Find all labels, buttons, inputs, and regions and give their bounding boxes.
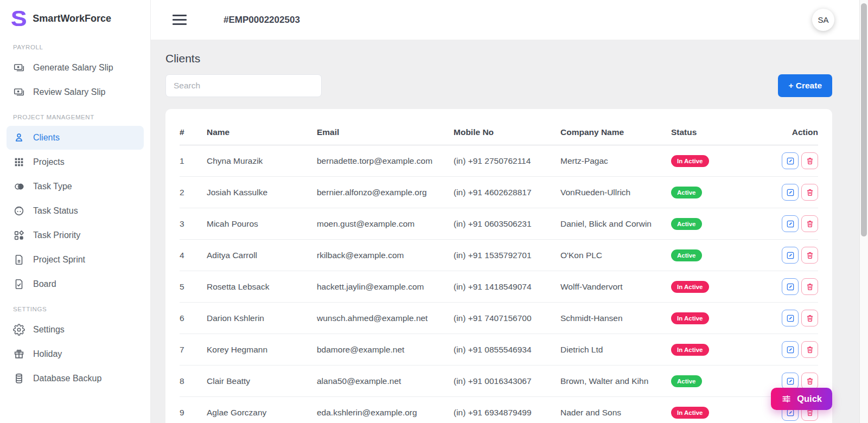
search-input[interactable] xyxy=(165,74,322,97)
cell-sr: 7 xyxy=(180,334,207,366)
cell-mobile: (in) +91 0603506231 xyxy=(454,208,560,240)
edit-icon xyxy=(786,283,795,291)
column-header-mobile: Mobile No xyxy=(454,116,560,145)
sidebar-item-clients[interactable]: Clients xyxy=(7,126,144,150)
clients-table: # Name Email Mobile No Company Name Stat… xyxy=(180,116,818,423)
sidebar-item-task-priority[interactable]: Task Priority xyxy=(7,223,144,247)
cell-mobile: (in) +91 0855546934 xyxy=(454,334,560,366)
cell-sr: 1 xyxy=(180,145,207,177)
app-name: SmartWorkForce xyxy=(33,13,111,24)
gear-icon xyxy=(13,324,25,336)
sidebar-item-holiday[interactable]: Holiday xyxy=(7,342,144,366)
scrollbar-thumb[interactable] xyxy=(861,3,867,236)
table-row: 1Chyna Murazikbernadette.torp@example.co… xyxy=(180,145,818,177)
brand[interactable]: S SmartWorkForce xyxy=(7,0,144,35)
table-row: 9Aglae Gorczanyeda.kshlerin@example.org(… xyxy=(180,397,818,423)
sidebar-item-label: Holiday xyxy=(33,349,62,359)
status-badge: In Active xyxy=(671,407,709,419)
table-row: 3Micah Pourosmoen.gust@example.com(in) +… xyxy=(180,208,818,240)
sidebar-item-label: Review Salary Slip xyxy=(33,87,105,97)
scrollbar[interactable] xyxy=(859,0,868,423)
column-header-status: Status xyxy=(671,116,777,145)
edit-button[interactable] xyxy=(782,152,799,169)
delete-button[interactable] xyxy=(801,341,818,358)
cell-email: rkilback@example.com xyxy=(317,240,454,271)
table-row: 7Korey Hegmannbdamore@example.net(in) +9… xyxy=(180,334,818,366)
cell-company: Mertz-Pagac xyxy=(560,145,671,177)
sidebar-item-board[interactable]: Board xyxy=(7,272,144,296)
cell-email: wunsch.ahmed@example.net xyxy=(317,303,454,334)
delete-button[interactable] xyxy=(801,184,818,201)
cell-action xyxy=(777,145,818,177)
cell-name: Aglae Gorczany xyxy=(207,397,317,423)
delete-button[interactable] xyxy=(801,310,818,326)
delete-button[interactable] xyxy=(801,152,818,169)
smiley-icon xyxy=(13,205,25,217)
edit-icon xyxy=(786,220,795,228)
cell-mobile: (in) +91 6934879499 xyxy=(454,397,560,423)
quick-button[interactable]: Quick xyxy=(771,388,832,410)
cell-name: Micah Pouros xyxy=(207,208,317,240)
edit-button[interactable] xyxy=(782,341,799,358)
delete-button[interactable] xyxy=(801,215,818,232)
create-button[interactable]: + Create xyxy=(778,74,832,97)
employee-id: #EMP0002202503 xyxy=(224,15,300,25)
cell-company: Wolff-Vandervort xyxy=(560,271,671,303)
table-row: 8Clair Beattyalana50@example.net(in) +91… xyxy=(180,366,818,397)
edit-button[interactable] xyxy=(782,278,799,295)
edit-button[interactable] xyxy=(782,373,799,389)
menu-toggle-icon[interactable] xyxy=(173,15,187,25)
main-area: #EMP0002202503 SA Clients + Create # Nam… xyxy=(151,0,868,423)
status-badge: In Active xyxy=(671,344,709,356)
sidebar-item-settings[interactable]: Settings xyxy=(7,318,144,342)
edit-button[interactable] xyxy=(782,184,799,201)
trash-icon xyxy=(806,283,814,291)
table-header-row: # Name Email Mobile No Company Name Stat… xyxy=(180,116,818,145)
app-logo-icon: S xyxy=(11,9,25,29)
delete-button[interactable] xyxy=(801,247,818,264)
sidebar: S SmartWorkForce PAYROLL Generate Salary… xyxy=(0,0,151,423)
cell-email: hackett.jaylin@example.com xyxy=(317,271,454,303)
cell-name: Chyna Murazik xyxy=(207,145,317,177)
sidebar-item-review-salary-slip[interactable]: Review Salary Slip xyxy=(7,80,144,104)
cell-company: Dietrich Ltd xyxy=(560,334,671,366)
delete-button[interactable] xyxy=(801,373,818,389)
cell-name: Clair Beatty xyxy=(207,366,317,397)
column-header-sr: # xyxy=(180,116,207,145)
sidebar-item-label: Board xyxy=(33,279,56,289)
cell-sr: 9 xyxy=(180,397,207,423)
shapes-icon xyxy=(13,229,25,241)
edit-icon xyxy=(786,251,795,260)
avatar[interactable]: SA xyxy=(812,9,834,31)
delete-button[interactable] xyxy=(801,278,818,295)
edit-button[interactable] xyxy=(782,215,799,232)
cell-company: VonRueden-Ullrich xyxy=(560,177,671,208)
sidebar-item-task-status[interactable]: Task Status xyxy=(7,199,144,223)
cell-email: bdamore@example.net xyxy=(317,334,454,366)
trash-icon xyxy=(806,251,814,260)
edit-button[interactable] xyxy=(782,310,799,326)
cell-mobile: (in) +91 0016343067 xyxy=(454,366,560,397)
topbar-left: #EMP0002202503 xyxy=(173,15,300,25)
page-title: Clients xyxy=(165,52,832,65)
cell-sr: 3 xyxy=(180,208,207,240)
cell-company: Nader and Sons xyxy=(560,397,671,423)
salary-slip-icon xyxy=(13,86,25,98)
sliders-icon xyxy=(781,394,792,404)
sidebar-item-task-type[interactable]: Task Type xyxy=(7,175,144,198)
cell-status: In Active xyxy=(671,334,777,366)
cell-action xyxy=(777,303,818,334)
file-text-icon xyxy=(13,254,25,266)
sidebar-item-projects[interactable]: Projects xyxy=(7,150,144,174)
cell-company: Brown, Walter and Kihn xyxy=(560,366,671,397)
sidebar-item-label: Task Priority xyxy=(33,230,80,240)
section-label-payroll: PAYROLL xyxy=(7,35,144,55)
sidebar-item-project-sprint[interactable]: Project Sprint xyxy=(7,248,144,272)
sidebar-item-database-backup[interactable]: Database Backup xyxy=(7,367,144,390)
cell-name: Korey Hegmann xyxy=(207,334,317,366)
edit-button[interactable] xyxy=(782,247,799,264)
sidebar-item-label: Clients xyxy=(33,133,60,143)
edit-icon xyxy=(786,314,795,323)
sidebar-item-label: Generate Salary Slip xyxy=(33,63,113,73)
sidebar-item-generate-salary-slip[interactable]: Generate Salary Slip xyxy=(7,56,144,80)
